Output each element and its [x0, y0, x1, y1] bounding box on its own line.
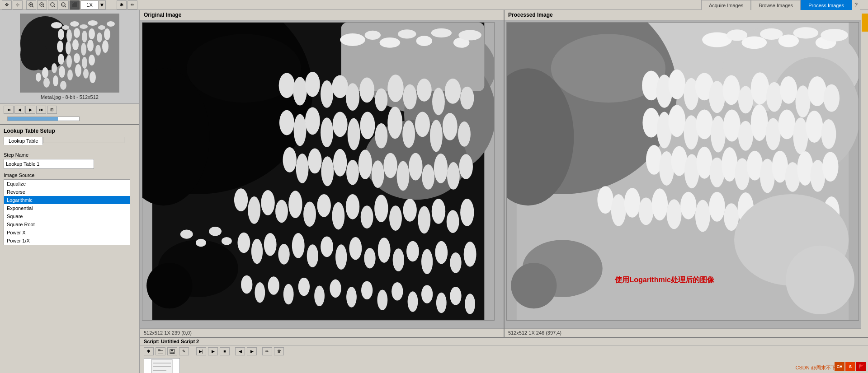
svg-point-204 [751, 104, 768, 141]
svg-point-195 [824, 84, 840, 112]
svg-point-28 [104, 28, 110, 40]
svg-point-46 [83, 69, 89, 79]
zoom-in-btn[interactable] [26, 0, 36, 9]
help-btn[interactable]: ? [852, 0, 860, 10]
svg-point-133 [307, 244, 318, 267]
svg-point-149 [298, 278, 310, 296]
list-item-power-1x[interactable]: Power 1/X [4, 237, 130, 245]
script-next-btn[interactable]: ▶ [247, 347, 257, 355]
move-tool-btn[interactable]: ✥ [2, 0, 12, 9]
svg-point-156 [408, 291, 418, 312]
original-panel-header: Original Image [140, 10, 504, 20]
tab-process[interactable]: Process Images [801, 0, 852, 10]
svg-point-188 [723, 75, 740, 105]
svg-point-203 [738, 121, 753, 151]
svg-point-38 [74, 53, 80, 63]
svg-point-68 [279, 73, 295, 98]
svg-point-165 [209, 227, 222, 236]
svg-point-227 [624, 188, 640, 218]
list-item-power-x[interactable]: Power X [4, 228, 130, 237]
svg-point-39 [82, 57, 87, 69]
watermark-text: CSDN @周末不下雨 [796, 364, 841, 371]
zoom-dropdown[interactable]: ▼ [99, 0, 106, 9]
svg-point-33 [87, 40, 94, 51]
script-stop-btn[interactable]: ■ [220, 347, 230, 355]
svg-line-1 [32, 6, 33, 7]
svg-point-162 [146, 263, 192, 308]
tab-browse[interactable]: Browse Images [751, 0, 801, 10]
script-comment-btn[interactable]: ✎ [179, 347, 189, 355]
svg-point-75 [375, 89, 387, 112]
script-play-start-btn[interactable]: ▶| [196, 347, 206, 355]
tab-acquire[interactable]: Acquire Images [701, 0, 751, 10]
zoom-fit-btn[interactable] [48, 0, 58, 9]
svg-point-113 [261, 190, 274, 215]
svg-text:1: 1 [62, 4, 64, 6]
process-btn2[interactable]: ✏ [127, 0, 137, 9]
stack-btn[interactable]: ⊞ [47, 106, 57, 114]
prev-frame-btn[interactable]: ◀ [14, 106, 24, 114]
last-frame-btn[interactable]: ⏭ [36, 106, 46, 114]
svg-point-225 [597, 186, 613, 214]
svg-point-62 [380, 37, 401, 48]
processed-panel-header: Processed Image [505, 10, 868, 20]
script-prev-btn[interactable]: ◀ [235, 347, 245, 355]
svg-point-43 [59, 66, 65, 78]
list-item-equalize[interactable]: Equalize [4, 180, 130, 188]
zoom-input[interactable] [80, 0, 99, 9]
svg-point-138 [378, 238, 391, 263]
processed-image-panel: Processed Image [505, 10, 868, 337]
next-frame-btn[interactable]: ▶ [25, 106, 35, 114]
image-mode-btn[interactable]: ⬛ [70, 0, 80, 9]
select-tool-btn[interactable]: ⊹ [13, 0, 23, 9]
svg-point-60 [340, 33, 365, 46]
zoom-actual-btn[interactable]: 1 [59, 0, 69, 9]
svg-point-34 [95, 45, 101, 56]
svg-rect-250 [171, 352, 174, 354]
svg-point-141 [421, 249, 433, 274]
svg-point-102 [359, 149, 372, 179]
corner-icon-ch: CH [835, 362, 844, 371]
scrollbar-thumb[interactable] [862, 14, 868, 32]
svg-point-90 [387, 107, 402, 139]
script-delete-btn[interactable]: 🗑 [274, 347, 284, 355]
svg-point-152 [346, 287, 357, 308]
script-save-btn[interactable] [167, 347, 177, 355]
svg-point-7 [51, 3, 54, 6]
script-tools: ✱ ✎ ▶| ▶ ■ ◀ ▶ ✏ [140, 345, 868, 357]
svg-point-192 [780, 76, 797, 104]
list-item-reverse[interactable]: Reverse [4, 188, 130, 196]
step-name-section: Step Name [0, 150, 139, 171]
script-add-btn[interactable]: ✱ [144, 347, 154, 355]
step-name-input[interactable] [4, 159, 94, 169]
script-edit-btn[interactable]: ✏ [262, 347, 272, 355]
svg-point-145 [241, 275, 252, 294]
progress-bar[interactable] [7, 117, 80, 121]
list-item-logarithmic[interactable]: Logarithmic [4, 196, 130, 204]
lut-tab-main[interactable]: Lookup Table [4, 137, 43, 145]
thumbnail-area: Metal.jpg - 8-bit - 512x512 [0, 10, 139, 104]
svg-point-88 [360, 112, 375, 140]
svg-point-24 [74, 28, 80, 38]
first-frame-btn[interactable]: ⏮ [4, 106, 14, 114]
zoom-out-btn[interactable] [37, 0, 47, 9]
svg-point-104 [383, 153, 397, 178]
svg-point-191 [766, 82, 782, 112]
svg-point-16 [62, 25, 69, 30]
svg-point-200 [696, 109, 713, 139]
svg-point-20 [98, 25, 105, 30]
svg-point-144 [464, 242, 476, 267]
script-play-btn[interactable]: ▶ [208, 347, 218, 355]
svg-point-109 [447, 162, 460, 190]
process-btn1[interactable]: ✱ [117, 0, 127, 9]
tab-bar: Acquire Images Browse Images Process Ima… [701, 0, 860, 10]
list-item-exponential[interactable]: Exponential [4, 204, 130, 212]
svg-point-159 [450, 287, 461, 305]
right-scrollbar[interactable] [861, 10, 868, 337]
list-item-square-root[interactable]: Square Root [4, 220, 130, 228]
list-item-square[interactable]: Square [4, 212, 130, 220]
script-open-btn[interactable] [156, 347, 165, 355]
svg-point-73 [346, 83, 359, 111]
svg-point-92 [415, 112, 430, 137]
svg-point-128 [237, 233, 250, 253]
